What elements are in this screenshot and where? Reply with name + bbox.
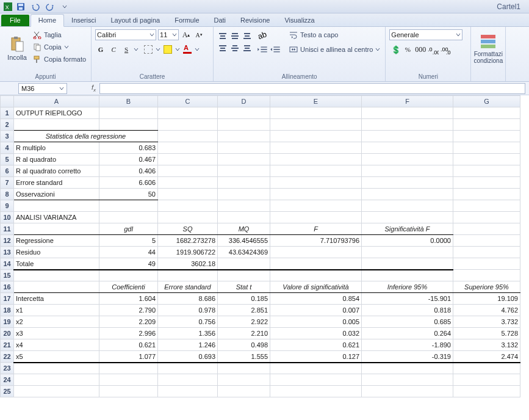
row-header[interactable]: 1 — [1, 107, 14, 119]
svg-text:ab: ab — [257, 29, 268, 40]
border-button[interactable] — [143, 44, 154, 55]
col-header-B[interactable]: B — [99, 96, 158, 107]
decrease-decimal-button[interactable]: .00.0 — [441, 44, 452, 55]
select-all-corner[interactable] — [1, 96, 14, 107]
svg-text:.0: .0 — [428, 46, 433, 52]
col-header-G[interactable]: G — [453, 96, 520, 107]
redo-button[interactable] — [44, 2, 56, 12]
chevron-down-icon[interactable] — [134, 47, 139, 52]
paste-icon — [9, 35, 26, 52]
undo-button[interactable] — [29, 2, 41, 12]
tab-visualizza[interactable]: Visualizza — [277, 15, 322, 26]
orientation-button[interactable]: ab — [257, 29, 268, 40]
group-styles: Formattazi condiziona — [471, 27, 506, 81]
align-right-button[interactable] — [242, 43, 253, 54]
border-icon — [144, 45, 153, 54]
decrease-indent-button[interactable] — [257, 44, 268, 55]
chevron-down-icon[interactable] — [156, 47, 160, 52]
align-center-button[interactable] — [229, 43, 240, 54]
grid-body[interactable]: 1OUTPUT RIEPILOGO 2 3Statistica della re… — [1, 107, 520, 397]
increase-indent-button[interactable] — [270, 44, 281, 55]
column-headers[interactable]: A B C D E F G — [1, 96, 520, 107]
format-painter-button[interactable]: Copia formato — [32, 54, 87, 65]
align-middle-button[interactable] — [229, 31, 240, 42]
group-number-label: Numeri — [389, 73, 467, 81]
percent-button[interactable]: % — [402, 44, 413, 55]
svg-rect-23 — [481, 45, 495, 48]
cell[interactable]: Statistica della regressione — [14, 131, 158, 142]
svg-rect-21 — [481, 35, 495, 38]
svg-rect-7 — [16, 42, 23, 51]
fx-icon[interactable]: fx — [92, 84, 96, 93]
currency-button[interactable]: 💲 — [389, 44, 400, 55]
copy-button[interactable]: Copia — [32, 42, 87, 52]
name-box[interactable]: M36 — [18, 83, 67, 94]
title-bar: X Cartel1 — [0, 0, 529, 13]
svg-rect-13 — [36, 59, 37, 63]
group-number: Generale 💲 % 000 .0.00 .00.0 Numeri — [386, 27, 471, 81]
font-size-select[interactable]: 11 — [158, 29, 179, 40]
align-top-button[interactable] — [217, 31, 228, 42]
shrink-font-button[interactable]: A▾ — [193, 29, 204, 40]
chevron-down-icon[interactable] — [195, 47, 200, 52]
col-header-F[interactable]: F — [362, 96, 453, 107]
ribbon-tabbar: File Home Inserisci Layout di pagina For… — [0, 13, 529, 27]
tab-home[interactable]: Home — [31, 14, 64, 27]
group-alignment: ab Testo a capo Unisci e allinea al cent… — [214, 27, 386, 81]
grow-font-button[interactable]: A▴ — [181, 29, 192, 40]
font-color-icon — [183, 45, 192, 54]
wrap-icon — [289, 31, 298, 39]
paste-button[interactable]: Incolla — [4, 29, 31, 67]
cut-button[interactable]: Taglia — [32, 29, 87, 40]
tab-layout[interactable]: Layout di pagina — [103, 15, 167, 26]
col-header-C[interactable]: C — [158, 96, 218, 107]
merge-center-button[interactable]: Unisci e allinea al centro — [288, 44, 381, 55]
number-format-select[interactable]: Generale — [389, 29, 462, 40]
wrap-text-button[interactable]: Testo a capo — [288, 29, 381, 40]
fill-color-button[interactable] — [162, 44, 173, 55]
svg-rect-3 — [18, 4, 23, 6]
font-color-button[interactable] — [182, 44, 193, 55]
col-header-A[interactable]: A — [14, 96, 99, 107]
save-button[interactable] — [15, 2, 27, 12]
formula-bar: M36 fx — [0, 82, 529, 95]
svg-text:💲: 💲 — [391, 45, 400, 55]
tab-dati[interactable]: Dati — [207, 15, 234, 26]
comma-button[interactable]: 000 — [415, 44, 426, 55]
svg-rect-11 — [36, 45, 40, 51]
qat-dropdown[interactable] — [59, 2, 71, 12]
cond-format-icon — [480, 32, 497, 49]
font-name-select[interactable]: Calibri — [95, 29, 156, 40]
col-header-E[interactable]: E — [270, 96, 362, 107]
bucket-icon — [164, 45, 172, 54]
merge-icon — [289, 45, 298, 54]
excel-icon: X — [4, 2, 12, 11]
group-font: Calibri 11 A▴ A▾ G C S Carattere — [92, 27, 214, 81]
tab-formule[interactable]: Formule — [167, 15, 206, 26]
align-left-button[interactable] — [217, 43, 228, 54]
brush-icon — [33, 55, 41, 63]
tab-file[interactable]: File — [1, 15, 29, 26]
col-header-D[interactable]: D — [218, 96, 270, 107]
group-clipboard-label: Appunti — [4, 73, 87, 81]
cond-format-label: Formattazi condiziona — [473, 51, 503, 64]
copy-icon — [33, 43, 41, 51]
formula-input[interactable] — [99, 83, 525, 94]
document-title: Cartel1 — [497, 2, 520, 11]
tab-revisione[interactable]: Revisione — [233, 15, 277, 26]
svg-text:.00: .00 — [433, 49, 439, 55]
underline-button[interactable]: S — [121, 44, 132, 55]
cut-icon — [33, 31, 41, 39]
spreadsheet-grid[interactable]: A B C D E F G 1OUTPUT RIEPILOGO 2 3Stati… — [0, 95, 529, 397]
align-bottom-button[interactable] — [242, 31, 253, 42]
group-alignment-label: Allineamento — [217, 73, 381, 81]
conditional-formatting-button[interactable]: Formattazi condiziona — [475, 29, 502, 67]
cell[interactable]: OUTPUT RIEPILOGO — [14, 107, 99, 119]
italic-button[interactable]: C — [108, 44, 119, 55]
tab-inserisci[interactable]: Inserisci — [64, 15, 103, 26]
chevron-down-icon[interactable] — [175, 47, 180, 52]
increase-decimal-button[interactable]: .0.00 — [428, 44, 439, 55]
svg-text:X: X — [5, 4, 9, 10]
svg-rect-12 — [34, 56, 39, 59]
bold-button[interactable]: G — [95, 44, 106, 55]
